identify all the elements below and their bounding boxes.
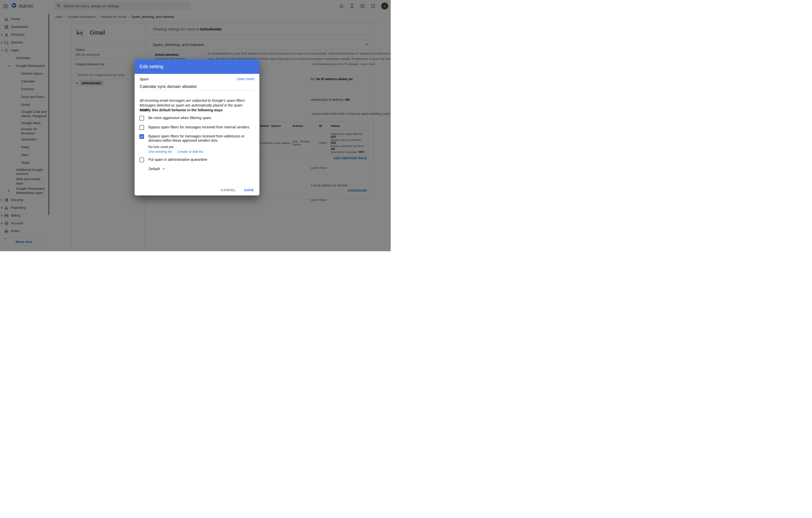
admin-console-page: Admin Search for users, groups or settin… — [0, 0, 391, 251]
checkbox-row-bypass-spam-filters-for-messages-receive[interactable]: Bypass spam filters for messages receive… — [139, 125, 250, 130]
checkbox-label: Be more aggressive when filtering spam. — [148, 116, 212, 120]
no-lists-text: No lists used yet. — [148, 145, 174, 149]
checkbox-label: Bypass spam filters for messages receive… — [148, 134, 254, 143]
quarantine-dropdown[interactable]: Default — [149, 167, 165, 171]
use-existing-list-link[interactable]: Use existing list — [148, 150, 172, 154]
modify-behavior-text: Modify this default behavior in the foll… — [140, 108, 253, 112]
checkbox-unchecked-icon[interactable] — [139, 158, 144, 162]
save-button[interactable]: SAVE — [244, 188, 254, 192]
checkbox-checked-icon[interactable] — [139, 134, 144, 139]
create-or-edit-list-link[interactable]: Create or edit list — [177, 150, 203, 154]
checkbox-label: Put spam in administrative quarantine — [148, 158, 207, 162]
dialog-title: Edit setting — [140, 64, 163, 69]
cancel-button[interactable]: CANCEL — [221, 188, 236, 192]
checkbox-row-put-spam-in-administrative-quarantine[interactable]: Put spam in administrative quarantine — [139, 158, 207, 162]
checkbox-row-be-more-aggressive-when-filtering-spam[interactable]: Be more aggressive when filtering spam. — [139, 116, 212, 120]
setting-group-label: Spam — [140, 77, 149, 81]
checkbox-row-bypass-spam-filters-for-messages-receive[interactable]: Bypass spam filters for messages receive… — [139, 134, 254, 143]
dialog-header: Edit setting — [135, 59, 259, 74]
setting-name-input[interactable]: Calendar sync domain allowlist — [140, 84, 197, 89]
checkbox-unchecked-icon[interactable] — [139, 116, 144, 120]
learn-more-link[interactable]: Learn more — [236, 77, 254, 81]
checkbox-label: Bypass spam filters for messages receive… — [148, 125, 250, 130]
edit-setting-dialog: Edit setting Spam Learn more Calendar sy… — [135, 59, 259, 195]
dropdown-arrow-icon — [162, 168, 165, 170]
dialog-actions: CANCEL SAVE — [221, 188, 254, 192]
dropdown-value: Default — [149, 167, 160, 171]
checkbox-unchecked-icon[interactable] — [139, 125, 144, 130]
